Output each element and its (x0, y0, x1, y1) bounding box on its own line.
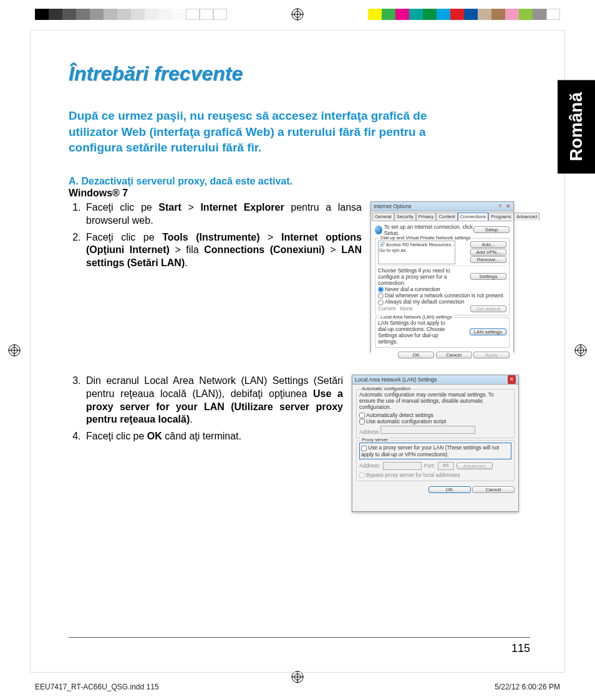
tab-advanced[interactable]: Advanced (514, 213, 539, 221)
ok-button[interactable]: OK (428, 486, 471, 493)
radio-always-dial[interactable]: Always dial my default connection (378, 299, 465, 305)
registration-mark-icon (291, 7, 304, 21)
proxy-address-input (383, 462, 422, 470)
set-default-button: Set default (470, 305, 506, 312)
port-input: 80 (438, 462, 454, 470)
globe-icon (375, 226, 382, 234)
tab-programs[interactable]: Programs (488, 213, 514, 221)
auto-text: Automatic configuration may override man… (359, 391, 511, 410)
tab-content[interactable]: Content (436, 213, 457, 221)
figure-internet-options: Internet Options ? ✕ General Security Pr… (370, 201, 514, 352)
proxy-address-label: Address: (359, 463, 380, 469)
figure-lan-settings: Local Area Network (LAN) Settings ✕ Auto… (352, 375, 519, 512)
window-controls-icon: ? ✕ (498, 202, 511, 211)
cb-auto-script[interactable]: Use automatic configuration script (359, 418, 446, 424)
lan-text: LAN Settings do not apply to dial-up con… (378, 320, 453, 345)
step-4: Faceţi clic pe OK când aţi terminat. (84, 430, 343, 443)
setup-text: To set up an Internet connection, click … (384, 224, 473, 236)
page-number: 115 (511, 642, 530, 655)
page-title: Întrebări frecvente (69, 62, 524, 85)
port-label: Port: (424, 463, 435, 469)
add-button[interactable]: Add... (470, 241, 506, 248)
apply-button: Apply (473, 352, 510, 358)
print-footer: EEU7417_RT-AC66U_QSG.indd 115 5/22/12 6:… (35, 683, 560, 691)
tab-privacy[interactable]: Privacy (416, 213, 437, 221)
dialog-tabs: General Security Privacy Content Connect… (372, 213, 512, 221)
tab-security[interactable]: Security (394, 213, 416, 221)
cb-auto-detect[interactable]: Automatically detect settings (359, 412, 433, 418)
footer-rule (69, 637, 530, 638)
footer-filename: EEU7417_RT-AC66U_QSG.indd 115 (35, 683, 159, 691)
cb-use-proxy[interactable]: Use a proxy server for your LAN (These s… (361, 444, 510, 457)
dial-item[interactable]: 🔗 Access RD Network Resources - Go to vp… (379, 242, 454, 253)
advanced-button: Advanced (457, 463, 493, 469)
proxy-group-label: Proxy server (360, 437, 389, 443)
address-input (380, 426, 475, 434)
dialup-group-label: Dial-up and Virtual Private Network sett… (379, 235, 472, 241)
radio-never-dial[interactable]: Never dial a connection (378, 286, 440, 292)
tab-connections[interactable]: Connections (458, 213, 489, 221)
settings-button[interactable]: Settings (470, 273, 506, 280)
registration-mark-icon (574, 343, 588, 357)
cb-bypass: Bypass proxy server for local addresses (359, 472, 460, 478)
lan-group-label: Local Area Network (LAN) settings (379, 314, 453, 320)
lan-settings-button[interactable]: LAN settings (470, 328, 506, 335)
registration-mark-icon (291, 670, 304, 684)
tab-general[interactable]: General (372, 213, 394, 221)
step-2: Faceţi clic pe Tools (Instrumente) > Int… (84, 231, 362, 270)
close-icon: ✕ (508, 375, 516, 384)
section-heading: A. Dezactivaţi serverul proxy, dacă este… (69, 176, 524, 187)
language-tab: Română (558, 80, 595, 173)
dialog-title: Internet Options (374, 202, 411, 211)
auto-group-label: Automatic configuration (360, 386, 412, 391)
address-label: Address (359, 429, 379, 435)
setup-button[interactable]: Setup (473, 226, 510, 233)
step-1: Faceţi clic pe Start > Internet Explorer… (84, 201, 362, 228)
cancel-button[interactable]: Cancel (472, 486, 515, 493)
choose-text: Choose Settings if you need to configure… (378, 267, 453, 286)
footer-timestamp: 5/22/12 6:00:26 PM (495, 683, 560, 691)
radio-dial-when[interactable]: Dial whenever a network connection is no… (378, 292, 503, 299)
faq-question: După ce urmez paşii, nu reuşesc să acces… (69, 108, 468, 156)
add-vpn-button[interactable]: Add VPN... (470, 249, 506, 256)
step-3: Din ecranul Local Area Network (LAN) Set… (84, 375, 343, 426)
registration-mark-icon (7, 343, 21, 357)
os-heading: Windows® 7 (69, 188, 524, 199)
cancel-button[interactable]: Cancel (436, 352, 472, 358)
dialog-title: Local Area Network (LAN) Settings (355, 375, 437, 384)
ok-button[interactable]: OK (398, 352, 434, 358)
remove-button[interactable]: Remove... (470, 256, 506, 263)
